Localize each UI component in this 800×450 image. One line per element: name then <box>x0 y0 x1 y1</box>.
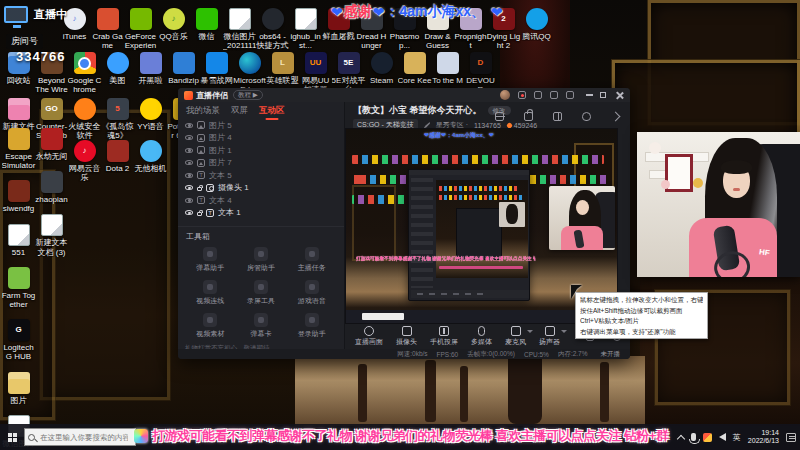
visibility-eye-icon[interactable] <box>185 198 193 203</box>
desktop-icon[interactable]: ♪ QQ音乐 <box>157 8 190 51</box>
taskbar-clock[interactable]: 19:14 2022/6/13 <box>748 429 779 446</box>
visibility-eye-icon[interactable] <box>185 135 193 140</box>
toolbox-item[interactable]: 弹幕助手 <box>186 247 235 273</box>
desktop-icon-row-4: ♪ 网易云音乐 Dota 2 无他相机 <box>68 140 167 182</box>
toolbar-button[interactable]: 摄像头 <box>396 326 417 348</box>
toolbox-item[interactable]: 弹幕卡 <box>237 313 286 339</box>
user-avatar[interactable] <box>500 90 510 100</box>
share-icon[interactable] <box>611 112 620 121</box>
desktop-icon[interactable]: 永劫无间 <box>35 128 68 161</box>
sidebar-tab[interactable]: 互动区 <box>259 105 285 117</box>
toolbox-item[interactable]: 录屏工具 <box>237 280 286 306</box>
source-row[interactable]: 文本 4 <box>178 194 344 207</box>
notification-icon[interactable] <box>786 433 796 442</box>
tray-volume-icon[interactable] <box>719 433 726 441</box>
taskbar-search[interactable] <box>24 428 136 446</box>
visibility-eye-icon[interactable] <box>185 185 193 190</box>
grid-icon[interactable] <box>553 112 562 121</box>
app-icon <box>107 52 129 74</box>
lock-icon[interactable] <box>197 187 202 191</box>
toolbar-button[interactable]: 直播画面 <box>355 326 383 348</box>
desktop-icon[interactable]: 微信图片_20211111 <box>223 8 256 51</box>
desktop-icon[interactable]: Farm Together <box>2 267 35 309</box>
desktop-icon[interactable]: Escape Simulator <box>2 128 35 170</box>
desktop-icon[interactable]: Dota 2 <box>101 140 134 182</box>
toolbox-item[interactable]: 视频素材 <box>186 313 235 339</box>
maximize-button[interactable] <box>600 92 606 98</box>
input-language[interactable]: 英 <box>733 432 741 443</box>
tooltip-line: 鼠标左键拖拽，拉伸改变大小和位置，右键调出菜单 <box>580 295 703 306</box>
bell-icon[interactable] <box>582 112 591 121</box>
desktop-icon[interactable]: GeForce Experience <box>124 8 157 51</box>
toolbar-button[interactable]: 麦克风 <box>505 326 526 348</box>
source-row[interactable]: 图片 7 <box>178 157 344 170</box>
tutorial-badge[interactable]: 教程 ▶ <box>233 90 263 100</box>
desktop-icon[interactable]: ♪ 网易云音乐 <box>68 140 101 182</box>
toolbox-item[interactable]: 视频连线 <box>186 280 235 306</box>
desktop-icon[interactable]: 火绒安全软件 <box>68 98 101 141</box>
desktop-icon[interactable]: 美图 <box>101 52 134 95</box>
visibility-eye-icon[interactable] <box>185 123 193 128</box>
desktop-icon[interactable]: zhaopian <box>35 171 68 204</box>
desktop-icon[interactable]: obs64 - 快捷方式 <box>256 8 289 51</box>
source-row[interactable]: 图片 4 <box>178 132 344 145</box>
desktop-icon[interactable]: 图片 <box>2 372 35 405</box>
desktop-icon[interactable]: Google Chrome <box>68 52 101 95</box>
start-button[interactable] <box>0 424 24 450</box>
source-row[interactable]: 图片 1 <box>178 144 344 157</box>
visibility-eye-icon[interactable] <box>185 148 193 153</box>
tray-expand-icon[interactable] <box>677 434 685 442</box>
captured-camera-preview <box>549 186 615 250</box>
desktop-icon[interactable]: 551 <box>2 224 35 257</box>
desktop-icon[interactable]: G Logitech G HUB <box>2 319 35 361</box>
source-row[interactable]: 摄像头 1 <box>178 182 344 195</box>
camera-window[interactable]: HF <box>637 132 800 277</box>
lock-icon[interactable] <box>524 112 533 121</box>
source-row[interactable]: 文本 5 <box>178 169 344 182</box>
search-input[interactable] <box>38 432 130 443</box>
record-icon[interactable] <box>518 91 526 99</box>
furniture-leg <box>508 350 542 424</box>
toolbar-buttons: 直播画面 摄像头 手机投屏 <box>355 326 560 348</box>
desktop-icon[interactable]: siwendfg <box>2 180 35 213</box>
tray-mic-icon[interactable] <box>691 433 696 441</box>
source-row[interactable]: 文本 1 <box>178 207 344 220</box>
visibility-eye-icon[interactable] <box>185 173 193 178</box>
visibility-eye-icon[interactable] <box>185 210 193 215</box>
close-button[interactable] <box>615 91 624 100</box>
headset-icon[interactable] <box>550 91 558 99</box>
emoji-icon[interactable] <box>534 91 542 99</box>
toolbar-button[interactable]: 多媒体 <box>471 326 492 348</box>
sidebar-tab[interactable]: 双屏 <box>231 105 248 117</box>
gift-icon[interactable] <box>495 112 504 121</box>
visibility-eye-icon[interactable] <box>185 160 193 165</box>
desktop-icon[interactable]: 开黑啦 <box>134 52 167 95</box>
desktop-icon[interactable]: ighub_inst... <box>289 8 322 51</box>
toolbox-item[interactable]: 房管助手 <box>237 247 286 273</box>
toolbox-item[interactable]: 主播任务 <box>287 247 336 273</box>
tray-app-icon[interactable] <box>703 433 712 442</box>
lock-icon[interactable] <box>197 212 202 216</box>
desktop-icon[interactable]: 5 《孤岛惊魂5》 <box>101 98 134 141</box>
source-type-icon <box>197 134 205 142</box>
captured-app-canvas <box>436 180 528 278</box>
captured-app-toolbar <box>411 290 529 298</box>
system-tray: 英 19:14 2022/6/13 <box>678 429 800 446</box>
menu-icon[interactable] <box>566 91 574 99</box>
desktop-icon[interactable]: 微信 <box>190 8 223 51</box>
minimize-button[interactable] <box>586 94 593 96</box>
toolbar-button[interactable]: 手机投屏 <box>430 326 458 348</box>
source-list: 图片 5 图片 4 <box>178 119 344 219</box>
desktop-icon[interactable]: 腾讯QQ <box>520 8 553 51</box>
toolbox-item[interactable]: 登录助手 <box>287 313 336 339</box>
toolbar-button-label: 直播画面 <box>355 337 383 347</box>
desktop-icon[interactable]: YY语音 <box>134 98 167 141</box>
toolbar-button[interactable]: 扬声器 <box>539 326 560 348</box>
toolbox-item[interactable]: 游戏语音 <box>287 280 336 306</box>
source-row[interactable]: 图片 5 <box>178 119 344 132</box>
sidebar-tab[interactable]: 我的场景 <box>186 105 220 117</box>
desktop-icon[interactable]: 新建文本文档 (3) <box>35 214 68 256</box>
shirt-text: HF <box>758 247 770 257</box>
desktop-icon[interactable]: Crab Game <box>91 8 124 51</box>
desktop-icon[interactable]: 无他相机 <box>134 140 167 182</box>
